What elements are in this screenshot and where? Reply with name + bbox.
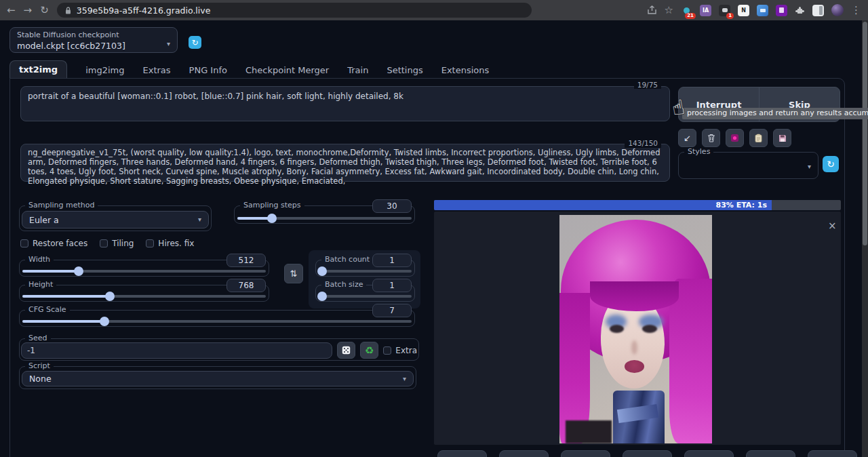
width-input[interactable]: 512	[226, 254, 266, 267]
batch-size-slider[interactable]	[319, 295, 412, 298]
sampling-method-value: Euler a	[29, 215, 59, 225]
checkpoint-dropdown[interactable]: Stable Diffusion checkpoint model.ckpt […	[9, 27, 178, 53]
negative-prompt-textarea[interactable]: 143/150 ng_deepnegative_v1_75t, (worst q…	[20, 144, 670, 182]
image-extension-icon[interactable]	[757, 5, 768, 16]
browser-menu-icon[interactable]: ⋮	[851, 5, 861, 16]
tab-extensions[interactable]: Extensions	[441, 62, 490, 79]
apply-style-button[interactable]	[749, 129, 768, 147]
screen: ← → ↻ 359e5b9a-a5ff-4216.gradio.live ☆ 2…	[0, 0, 868, 457]
prompt-textarea[interactable]: 19/75 portrait of a beautiful [woman::0.…	[20, 86, 670, 121]
image-eye-left	[610, 325, 623, 333]
height-input[interactable]: 768	[226, 279, 266, 292]
notion-extension-icon[interactable]: N	[738, 5, 749, 16]
ia-extension-icon[interactable]: IA	[700, 5, 711, 16]
close-image-icon[interactable]: ×	[828, 220, 837, 232]
batch-count-label: Batch count	[321, 255, 373, 264]
chevron-down-icon: ▾	[403, 376, 406, 382]
chevron-down-icon: ▾	[167, 41, 170, 47]
width-slider[interactable]	[22, 270, 266, 273]
batch-count-slider[interactable]	[319, 270, 412, 273]
cfg-scale-input[interactable]: 7	[372, 304, 412, 317]
slider-thumb[interactable]	[105, 292, 115, 301]
seed-group: Seed -1 ♻ Extra	[19, 338, 419, 361]
pin-badge: 21	[685, 13, 696, 19]
refresh-styles-button[interactable]: ↻	[823, 156, 839, 172]
sampling-steps-input[interactable]: 30	[372, 199, 412, 213]
share-icon[interactable]	[647, 5, 657, 15]
sampling-method-select[interactable]: Euler a ▾	[22, 211, 209, 228]
script-label: Script	[25, 361, 54, 370]
restore-faces-checkbox[interactable]	[20, 239, 28, 247]
hires-fix-option[interactable]: Hires. fix	[146, 239, 194, 248]
back-icon[interactable]: ←	[7, 5, 16, 16]
slider-thumb[interactable]	[267, 214, 277, 223]
height-group: Height 768	[19, 285, 269, 302]
script-select[interactable]: None ▾	[22, 371, 414, 386]
batch-count-input[interactable]: 1	[372, 254, 412, 267]
styles-dropdown[interactable]: Styles ▾	[678, 152, 818, 179]
generated-image[interactable]	[559, 215, 712, 443]
onenote-extension-icon[interactable]	[776, 5, 787, 16]
bottom-action-button[interactable]	[561, 450, 610, 457]
tab-train[interactable]: Train	[347, 62, 368, 79]
tab-txt2img[interactable]: txt2img	[9, 60, 67, 79]
clear-prompt-button[interactable]	[702, 129, 720, 147]
bookmark-star-icon[interactable]: ☆	[665, 5, 673, 16]
camera-glyph	[722, 8, 728, 12]
scrollbar-thumb[interactable]	[863, 22, 867, 245]
bottom-action-button[interactable]	[437, 450, 487, 457]
sidepanel-icon[interactable]	[812, 5, 824, 16]
seed-extra-option[interactable]: Extra	[383, 346, 417, 355]
address-bar[interactable]: 359e5b9a-a5ff-4216.gradio.live	[57, 3, 532, 18]
seed-label: Seed	[25, 334, 51, 342]
extra-networks-button[interactable]	[726, 129, 744, 147]
batch-size-input[interactable]: 1	[372, 279, 412, 292]
height-slider[interactable]	[22, 295, 266, 298]
tab-img2img[interactable]: img2img	[85, 62, 124, 79]
swap-dimensions-button[interactable]: ⇅	[284, 264, 303, 283]
reuse-seed-button[interactable]: ♻	[360, 342, 378, 359]
ia-label: IA	[703, 7, 709, 14]
notion-label: N	[741, 7, 746, 14]
slider-thumb[interactable]	[317, 266, 327, 276]
tiling-checkbox[interactable]	[100, 239, 108, 247]
tab-png-info[interactable]: PNG Info	[189, 62, 227, 79]
hires-fix-checkbox[interactable]	[146, 239, 154, 247]
slider-thumb[interactable]	[74, 266, 83, 276]
extensions-puzzle-icon[interactable]	[795, 5, 805, 16]
checkpoint-value: model.ckpt [cc6cb27103]	[17, 41, 125, 51]
tab-checkpoint-merger[interactable]: Checkpoint Merger	[245, 62, 329, 79]
sampling-steps-slider[interactable]	[237, 217, 412, 220]
bottom-action-button[interactable]	[623, 450, 672, 457]
bottom-action-button[interactable]	[684, 450, 734, 457]
dice-icon	[342, 346, 351, 355]
slider-fill	[22, 270, 79, 273]
refresh-checkpoint-button[interactable]: ↻	[189, 36, 201, 49]
page-scrollbar[interactable]	[862, 20, 868, 457]
slider-thumb[interactable]	[317, 292, 327, 301]
save-style-button[interactable]	[773, 129, 791, 147]
image-nose	[631, 340, 637, 354]
cfg-scale-slider[interactable]	[22, 320, 412, 323]
bottom-action-button[interactable]	[746, 450, 795, 457]
prompt-tools: ↙	[678, 129, 791, 147]
paste-params-button[interactable]: ↙	[678, 129, 696, 147]
reload-icon[interactable]: ↻	[40, 5, 49, 16]
restore-faces-option[interactable]: Restore faces	[20, 239, 87, 248]
bottom-action-button[interactable]	[808, 450, 857, 457]
slider-thumb[interactable]	[100, 317, 109, 326]
dark-extension-icon[interactable]: 1	[719, 5, 730, 16]
tiling-option[interactable]: Tiling	[100, 239, 134, 248]
seed-input[interactable]: -1	[21, 342, 332, 359]
tab-settings[interactable]: Settings	[387, 62, 422, 79]
bottom-action-button[interactable]	[499, 450, 549, 457]
seed-extra-label: Extra	[395, 346, 417, 355]
tiling-label: Tiling	[112, 239, 134, 248]
image-glyph	[760, 9, 766, 12]
tab-extras[interactable]: Extras	[143, 62, 171, 79]
forward-icon[interactable]: →	[24, 5, 33, 16]
pin-extension-icon[interactable]: 21	[681, 5, 692, 16]
seed-extra-checkbox[interactable]	[383, 346, 391, 355]
random-seed-button[interactable]	[337, 342, 355, 359]
profile-avatar[interactable]	[831, 4, 844, 16]
